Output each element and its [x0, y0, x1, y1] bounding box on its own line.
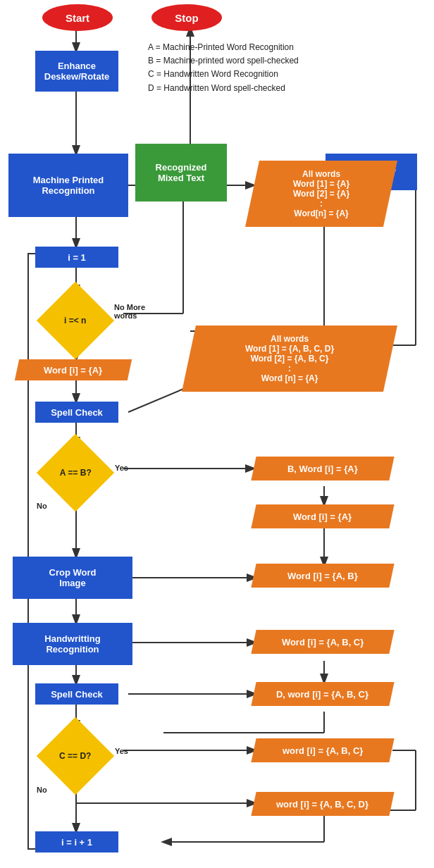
- word-i-abc2-label: word [i] = {A, B, C}: [283, 745, 363, 756]
- crop-word-label: Crop Word Image: [49, 567, 97, 588]
- word-i-ab-label: Word [i] = {A, B}: [287, 571, 358, 581]
- word-i-a2-label: Word [i] = {A}: [293, 512, 352, 522]
- b-word-i-a-node: B, Word [i] = {A}: [251, 457, 394, 480]
- enhance-label: Enhance Deskew/Rotate: [44, 61, 109, 82]
- handwriting-label: Handwritting Recognition: [44, 633, 100, 655]
- recognized-mixed-node: Recognized Mixed Text: [135, 144, 227, 202]
- all-words-2-label: All words Word [1] = {A, B, C, D} Word […: [245, 334, 334, 383]
- no1-label: No: [37, 502, 47, 510]
- word-i-a-node: Word [i] = {A}: [15, 359, 132, 380]
- recognized-mixed-label: Recognized Mixed Text: [156, 162, 207, 183]
- spell-check2-node: Spell Check: [35, 683, 118, 705]
- no2-label: No: [37, 786, 47, 794]
- a-equals-b-label: A == B?: [60, 468, 92, 478]
- legend-line-1: A = Machine-Printed Word Recognition: [148, 41, 299, 54]
- stop-label: Stop: [175, 12, 198, 24]
- crop-word-node: Crop Word Image: [13, 557, 132, 599]
- word-i-abcd-label: word [i] = {A, B, C, D}: [276, 799, 368, 810]
- word-i-abc-node: Word [i] = {A, B, C}: [251, 630, 394, 654]
- i-less-n-label: i =< n: [64, 316, 86, 326]
- flowchart: Start Stop A = Machine-Printed Word Reco…: [0, 0, 434, 868]
- legend-line-4: D = Handwritten Word spell-checked: [148, 82, 299, 95]
- word-i-abc-label: Word [i] = {A, B, C}: [282, 637, 364, 647]
- start-label: Start: [66, 12, 89, 24]
- word-i-a-label: Word [i] = {A}: [44, 365, 102, 376]
- yes2-label: Yes: [115, 747, 128, 755]
- all-words-1-label: All words Word [1] = {A} Word [2] = {A} …: [293, 169, 349, 218]
- word-i-ab-node: Word [i] = {A, B}: [251, 564, 394, 588]
- machine-printed-node: Machine Printed Recognition: [8, 154, 128, 217]
- handwriting-node: Handwritting Recognition: [13, 623, 132, 665]
- no-more-words-label: No Morewords: [114, 303, 145, 320]
- yes1-label: Yes: [115, 464, 128, 472]
- c-equals-d-label: C == D?: [59, 751, 91, 761]
- word-i-abc2-node: word [i] = {A, B, C}: [251, 738, 394, 762]
- word-i-a2-node: Word [i] = {A}: [251, 504, 394, 528]
- spell-check1-label: Spell Check: [51, 407, 103, 418]
- i-equals-1-label: i = 1: [68, 252, 86, 263]
- d-word-i-abc-label: D, word [i] = {A, B, C}: [276, 689, 368, 700]
- enhance-node: Enhance Deskew/Rotate: [35, 51, 118, 92]
- i-equals-1-node: i = 1: [35, 247, 118, 268]
- spell-check2-label: Spell Check: [51, 689, 103, 700]
- all-words-1-node: All words Word [1] = {A} Word [2] = {A} …: [245, 161, 397, 227]
- b-word-i-a-label: B, Word [i] = {A}: [287, 464, 358, 474]
- word-i-abcd-node: word [i] = {A, B, C, D}: [251, 792, 394, 816]
- i-increment-label: i = i + 1: [61, 837, 92, 848]
- c-equals-d-diamond: C == D?: [37, 717, 114, 795]
- stop-node: Stop: [151, 4, 222, 31]
- spell-check1-node: Spell Check: [35, 402, 118, 423]
- legend-line-2: B = Machine-printed word spell-checked: [148, 54, 299, 68]
- legend: A = Machine-Printed Word Recognition B =…: [148, 41, 299, 95]
- machine-printed-label: Machine Printed Recognition: [33, 175, 104, 196]
- i-less-n-diamond: i =< n: [37, 282, 114, 359]
- i-increment-node: i = i + 1: [35, 831, 118, 852]
- d-word-i-abc-node: D, word [i] = {A, B, C}: [251, 682, 394, 706]
- all-words-2-node: All words Word [1] = {A, B, C, D} Word […: [182, 326, 397, 392]
- legend-line-3: C = Handwritten Word Recognition: [148, 68, 299, 81]
- start-node: Start: [42, 4, 113, 31]
- a-equals-b-diamond: A == B?: [37, 434, 114, 512]
